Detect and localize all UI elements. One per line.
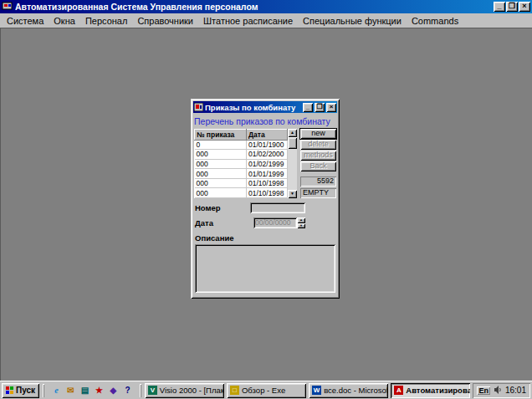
cell-number[interactable]: 000: [195, 159, 247, 169]
cell-date[interactable]: 01/01/1900: [247, 140, 288, 150]
cell-number[interactable]: 000: [195, 169, 247, 179]
column-header-date[interactable]: Дата: [247, 130, 288, 141]
orders-dialog: Приказы по комбинату _ ❐ × Перечень прик…: [191, 99, 340, 299]
visio-icon: V: [148, 386, 157, 395]
cell-date[interactable]: 01/10/1998: [247, 188, 288, 198]
dialog-titlebar[interactable]: Приказы по комбинату _ ❐ ×: [193, 101, 337, 113]
cell-date[interactable]: 01/02/2000: [247, 150, 288, 160]
system-tray: En 16:01: [473, 383, 530, 398]
table-row[interactable]: 000 01/01/1999: [195, 169, 288, 179]
quick-launch: e ✉ ▤ ★ ◆ ?: [48, 384, 136, 396]
outlook-icon[interactable]: ✉: [64, 384, 77, 396]
main-titlebar: Автоматизированная Система Управления пе…: [0, 0, 532, 13]
description-textarea[interactable]: [195, 244, 335, 293]
table-row[interactable]: 0 01/01/1900: [195, 140, 288, 150]
table-row[interactable]: 000 01/10/1998: [195, 178, 288, 188]
app-icon: A: [394, 386, 403, 395]
menu-spravochniki[interactable]: Справочники: [132, 15, 198, 27]
show-desktop-icon[interactable]: ▤: [79, 384, 91, 396]
vertical-scrollbar[interactable]: ▲ ▼: [288, 129, 297, 198]
menu-okna[interactable]: Окна: [49, 15, 80, 27]
date-spin-down-icon[interactable]: ▼: [297, 223, 305, 229]
date-input[interactable]: 00/00/0000: [253, 217, 297, 228]
media-player-icon[interactable]: ◆: [107, 384, 120, 396]
cell-date[interactable]: 01/02/1999: [247, 159, 288, 169]
description-label: Описание: [195, 233, 335, 243]
task-label: Обзор - Exe: [242, 386, 285, 395]
internet-explorer-icon[interactable]: e: [50, 384, 63, 396]
task-word[interactable]: W все.doc - Microsoft Word: [309, 383, 388, 398]
mdi-area: Приказы по комбинату _ ❐ × Перечень прик…: [0, 28, 532, 381]
minimize-button[interactable]: _: [494, 2, 505, 12]
screen: Автоматизированная Система Управления пе…: [0, 0, 532, 399]
cell-number[interactable]: 0: [195, 140, 247, 150]
start-button-label: Пуск: [16, 386, 35, 395]
menu-commands[interactable]: Commands: [407, 15, 463, 27]
word-icon: W: [312, 386, 321, 395]
scroll-down-icon[interactable]: ▼: [288, 190, 297, 198]
task-obzor[interactable]: □ Обзор - Exe: [227, 383, 306, 398]
table-row[interactable]: 000 01/02/2000: [195, 150, 288, 160]
dialog-minimize-button[interactable]: _: [303, 103, 313, 112]
cell-number[interactable]: 000: [195, 188, 247, 198]
menu-specfunc[interactable]: Специальные функции: [298, 15, 407, 27]
orders-table: № приказа Дата 0 01/01/1900 000 01/02/20…: [194, 129, 288, 198]
channels-icon[interactable]: ★: [93, 384, 105, 396]
task-visio[interactable]: V Visio 2000 - [Плакат2.vsd...: [145, 383, 224, 398]
scroll-up-icon[interactable]: ▲: [288, 129, 297, 137]
methods-button[interactable]: methods: [300, 151, 336, 161]
task-label: Автоматизированна...: [406, 386, 470, 395]
windows-logo-icon: [6, 386, 13, 394]
record-count-field: 5592: [300, 176, 336, 187]
clock: 16:01: [505, 386, 526, 395]
task-label: Visio 2000 - [Плакат2.vsd...: [160, 386, 224, 395]
cell-number[interactable]: 000: [195, 150, 247, 160]
cell-date[interactable]: 01/10/1998: [247, 178, 288, 188]
orders-grid: № приказа Дата 0 01/01/1900 000 01/02/20…: [194, 129, 296, 198]
scrollbar-thumb[interactable]: [288, 137, 297, 149]
menu-personal[interactable]: Персонал: [80, 15, 133, 27]
taskbar-divider: [43, 384, 44, 397]
table-row[interactable]: 000 01/02/1999: [195, 159, 288, 169]
number-label: Номер: [195, 203, 250, 212]
taskbar-divider: [140, 384, 141, 397]
close-button[interactable]: ×: [519, 2, 530, 12]
new-button[interactable]: new: [300, 129, 336, 139]
menu-sistema[interactable]: Система: [2, 15, 49, 27]
dialog-maximize-button[interactable]: ❐: [315, 103, 325, 112]
task-label: все.doc - Microsoft Word: [324, 386, 388, 395]
date-label: Дата: [195, 218, 250, 228]
dialog-icon: [194, 103, 203, 111]
status-field: EMPTY: [300, 188, 336, 198]
start-button[interactable]: Пуск: [2, 383, 39, 398]
scrollbar-track[interactable]: [288, 137, 297, 190]
language-indicator[interactable]: En: [477, 386, 490, 395]
back-button[interactable]: Back: [300, 161, 336, 171]
task-personnel-app[interactable]: A Автоматизированна...: [391, 383, 470, 398]
restore-button[interactable]: ❐: [506, 2, 518, 12]
window-title: Автоматизированная Система Управления пе…: [15, 2, 491, 12]
menu-shtatnoe[interactable]: Штатное расписание: [198, 15, 298, 27]
number-input[interactable]: [250, 202, 305, 213]
table-row[interactable]: 000 01/10/1998: [195, 188, 288, 198]
dialog-heading: Перечень приказов по комбинату: [194, 116, 336, 126]
cell-number[interactable]: 000: [195, 178, 247, 188]
column-header-number[interactable]: № приказа: [195, 130, 247, 141]
volume-icon[interactable]: [494, 386, 502, 396]
cell-date[interactable]: 01/01/1999: [247, 169, 288, 179]
dialog-close-button[interactable]: ×: [326, 103, 336, 112]
taskbar: Пуск e ✉ ▤ ★ ◆ ? V Visio 2000 - [Плакат2…: [0, 381, 532, 399]
menubar: Система Окна Персонал Справочники Штатно…: [0, 13, 532, 28]
help-icon[interactable]: ?: [121, 384, 134, 396]
app-icon: [2, 2, 13, 12]
delete-button[interactable]: delete: [300, 140, 336, 150]
explorer-icon: □: [230, 386, 239, 395]
dialog-title: Приказы по комбинату: [205, 103, 301, 112]
